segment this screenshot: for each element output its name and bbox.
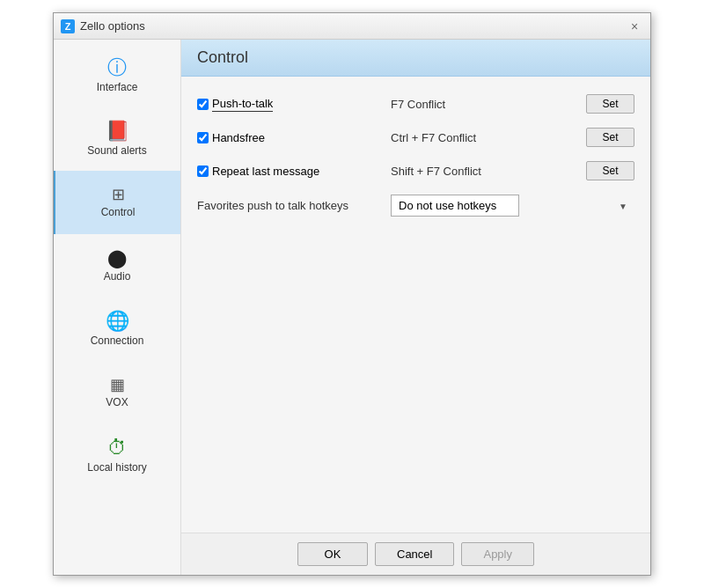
vox-icon: ▦ (110, 377, 125, 393)
repeat-text: Repeat last message (212, 165, 319, 178)
repeat-right: Shift + F7 Conflict Set (391, 161, 634, 180)
audio-icon: ⬤ (107, 249, 127, 267)
sidebar-item-sound-alerts-label: Sound alerts (87, 144, 146, 157)
title-bar: Z Zello options × (54, 13, 650, 40)
favorites-dropdown[interactable]: Do not use hotkeys Custom hotkeys (391, 195, 519, 217)
repeat-checkbox-label[interactable]: Repeat last message (197, 165, 319, 178)
favorites-row: Favorites push to talk hotkeys Do not us… (197, 195, 634, 217)
handsfree-set-button[interactable]: Set (586, 128, 634, 147)
push-to-talk-set-button[interactable]: Set (586, 94, 634, 114)
connection-icon: 🌐 (106, 312, 129, 331)
content-area: ⓘ Interface 📕 Sound alerts ⊞ Control ⬤ A… (54, 40, 650, 575)
apply-button[interactable]: Apply (461, 542, 534, 566)
close-button[interactable]: × (626, 18, 643, 35)
panel-title: Control (197, 48, 248, 66)
handsfree-left: Handsfree (197, 131, 391, 144)
bottom-bar: OK Cancel Apply (181, 533, 650, 575)
favorites-label: Favorites push to talk hotkeys (197, 199, 391, 212)
repeat-set-button[interactable]: Set (586, 161, 634, 180)
handsfree-row: Handsfree Ctrl + F7 Conflict Set (197, 128, 634, 147)
push-to-talk-text: Push-to-talk (212, 97, 273, 112)
sidebar-item-local-history[interactable]: ⏱ Local history (54, 424, 180, 488)
panel-header: Control (181, 40, 650, 77)
sidebar-item-control[interactable]: ⊞ Control (54, 171, 180, 234)
repeat-left: Repeat last message (197, 165, 391, 178)
control-icon: ⊞ (112, 187, 125, 202)
main-window: Z Zello options × ⓘ Interface 📕 Sound al… (53, 12, 651, 576)
push-to-talk-row: Push-to-talk F7 Conflict Set (197, 94, 634, 114)
sidebar-item-connection-label: Connection (91, 334, 144, 347)
push-to-talk-right: F7 Conflict Set (391, 94, 634, 114)
sidebar-item-interface[interactable]: ⓘ Interface (54, 44, 180, 107)
push-to-talk-left: Push-to-talk (197, 97, 391, 112)
sidebar-item-connection[interactable]: 🌐 Connection (54, 298, 180, 361)
favorites-select-wrapper: Do not use hotkeys Custom hotkeys (391, 195, 634, 217)
repeat-last-message-row: Repeat last message Shift + F7 Conflict … (197, 161, 634, 180)
push-to-talk-checkbox[interactable] (197, 99, 209, 110)
cancel-button[interactable]: Cancel (375, 542, 454, 566)
sidebar-item-vox[interactable]: ▦ VOX (54, 361, 180, 424)
interface-icon: ⓘ (107, 58, 127, 77)
app-icon: Z (61, 19, 75, 33)
sound-alerts-icon: 📕 (106, 121, 129, 141)
sidebar-item-control-label: Control (101, 206, 136, 218)
sidebar-item-sound-alerts[interactable]: 📕 Sound alerts (54, 107, 180, 171)
ok-button[interactable]: OK (297, 542, 368, 566)
main-panel: Control Push-to-talk F7 Conflict Set (181, 40, 650, 575)
handsfree-right: Ctrl + F7 Conflict Set (391, 128, 634, 147)
sidebar-item-local-history-label: Local history (87, 461, 146, 474)
title-bar-left: Z Zello options (61, 19, 145, 33)
sidebar-item-interface-label: Interface (97, 81, 138, 93)
sidebar: ⓘ Interface 📕 Sound alerts ⊞ Control ⬤ A… (54, 40, 181, 575)
repeat-checkbox[interactable] (197, 165, 209, 177)
push-to-talk-checkbox-label[interactable]: Push-to-talk (197, 97, 273, 112)
sidebar-item-vox-label: VOX (106, 396, 128, 408)
handsfree-checkbox[interactable] (197, 132, 209, 143)
push-to-talk-conflict: F7 Conflict (391, 98, 576, 111)
handsfree-checkbox-label[interactable]: Handsfree (197, 131, 265, 144)
window-title: Zello options (80, 19, 145, 33)
panel-body: Push-to-talk F7 Conflict Set Handsfree (181, 77, 650, 533)
sidebar-item-audio[interactable]: ⬤ Audio (54, 234, 180, 298)
handsfree-conflict: Ctrl + F7 Conflict (391, 131, 576, 144)
local-history-icon: ⏱ (107, 438, 127, 458)
repeat-conflict: Shift + F7 Conflict (391, 165, 576, 178)
handsfree-text: Handsfree (212, 131, 265, 144)
sidebar-item-audio-label: Audio (104, 270, 131, 283)
